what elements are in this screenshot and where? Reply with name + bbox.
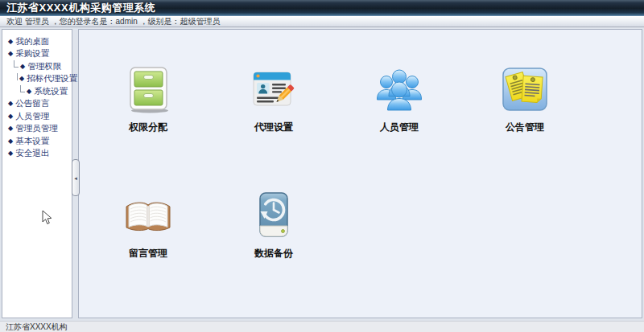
sidebar-collapse-handle[interactable]: ◂ xyxy=(72,159,80,196)
tree-connector-icon xyxy=(20,85,25,92)
app-header: 江苏省XXXX机构采购管理系统 xyxy=(0,0,644,16)
diamond-bullet-icon: ◆ xyxy=(8,138,13,145)
sidebar-item[interactable]: ◆管理权限 xyxy=(2,60,72,73)
backup-drive-icon xyxy=(248,190,299,241)
sidebar-item[interactable]: ◆系统设置 xyxy=(2,85,72,98)
diamond-bullet-icon: ◆ xyxy=(27,88,31,95)
shortcut-label: 留言管理 xyxy=(129,247,167,260)
tree-connector-icon xyxy=(14,60,19,68)
sidebar-item[interactable]: ◆我的桌面 xyxy=(2,35,72,48)
sidebar-menu: ◆我的桌面◆采购设置◆管理权限◆招标代理设置◆系统设置◆公告留言◆人员管理◆管理… xyxy=(2,30,72,160)
users-group-icon xyxy=(374,64,425,115)
sidebar-item[interactable]: ◆基本设置 xyxy=(2,135,72,148)
shortcut-label: 公告管理 xyxy=(506,121,544,134)
diamond-bullet-icon: ◆ xyxy=(8,125,13,132)
diamond-bullet-icon: ◆ xyxy=(8,100,13,107)
main-panel: 权限分配 代理设置 人员管理 公告管理 留言管理 数据备份 xyxy=(78,29,642,318)
desktop-shortcut[interactable]: 留言管理 xyxy=(85,190,211,316)
collapse-arrow-icon: ◂ xyxy=(74,175,77,181)
desktop-shortcut[interactable]: 代理设置 xyxy=(211,64,336,190)
desktop-shortcut-grid: 权限分配 代理设置 人员管理 公告管理 留言管理 数据备份 xyxy=(85,64,588,316)
sticky-notes-icon xyxy=(499,64,551,115)
desktop-shortcut[interactable]: 数据备份 xyxy=(211,190,336,316)
status-text: 江苏省XXXX机构 xyxy=(6,322,68,331)
desktop-shortcut[interactable]: 权限分配 xyxy=(85,64,211,190)
shortcut-label: 代理设置 xyxy=(254,121,293,134)
welcome-text: 欢迎 管理员 ，您的登录名是：admin ，级别是：超级管理员 xyxy=(6,17,221,26)
sidebar-item[interactable]: ◆人员管理 xyxy=(2,110,72,123)
app-window: 江苏省XXXX机构采购管理系统 欢迎 管理员 ，您的登录名是：admin ，级别… xyxy=(0,0,644,332)
tree-connector-icon xyxy=(17,73,18,80)
contact-card-pencil-icon xyxy=(248,64,299,115)
shortcut-label: 权限分配 xyxy=(129,121,167,134)
sidebar-item[interactable]: ◆采购设置 xyxy=(2,48,72,61)
diamond-bullet-icon: ◆ xyxy=(19,76,24,82)
shortcut-label: 人员管理 xyxy=(380,121,419,134)
sidebar-item[interactable]: ◆安全退出 xyxy=(2,148,72,161)
welcome-bar: 欢迎 管理员 ，您的登录名是：admin ，级别是：超级管理员 xyxy=(0,16,644,27)
sidebar: ◆我的桌面◆采购设置◆管理权限◆招标代理设置◆系统设置◆公告留言◆人员管理◆管理… xyxy=(2,29,72,318)
open-book-icon xyxy=(122,190,174,241)
sidebar-item[interactable]: ◆公告留言 xyxy=(2,98,72,111)
file-cabinet-icon xyxy=(122,64,174,115)
desktop-shortcut[interactable]: 公告管理 xyxy=(462,64,588,190)
status-bar: 江苏省XXXX机构 xyxy=(0,321,644,332)
diamond-bullet-icon: ◆ xyxy=(8,150,13,157)
diamond-bullet-icon: ◆ xyxy=(8,39,13,45)
sidebar-item[interactable]: ◆招标代理设置 xyxy=(2,73,72,86)
diamond-bullet-icon: ◆ xyxy=(20,64,25,70)
diamond-bullet-icon: ◆ xyxy=(8,113,13,120)
shortcut-label: 数据备份 xyxy=(254,247,293,260)
sidebar-item[interactable]: ◆管理员管理 xyxy=(2,123,72,136)
diamond-bullet-icon: ◆ xyxy=(8,51,13,57)
app-title: 江苏省XXXX机构采购管理系统 xyxy=(0,0,644,15)
mouse-cursor xyxy=(42,210,53,226)
desktop-shortcut[interactable]: 人员管理 xyxy=(336,64,462,190)
